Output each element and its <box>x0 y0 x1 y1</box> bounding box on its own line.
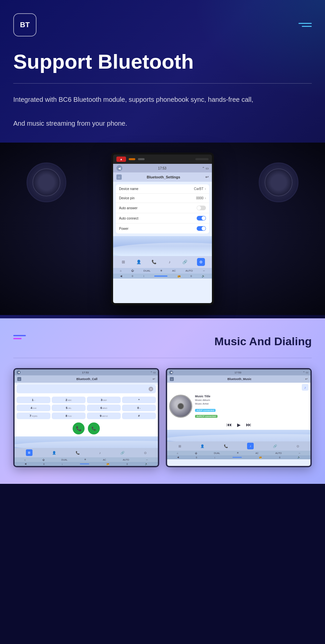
keypad-grid: 1 – 2 ABC 3 DEF * 4 GHI 5 JKL 6 MNO 0 + … <box>15 395 158 420</box>
nav-music-icon[interactable]: ♪ <box>166 259 173 265</box>
prev-track-btn[interactable]: ⏮ <box>227 422 232 428</box>
key-4[interactable]: 4 GHI <box>17 405 50 411</box>
key-star[interactable]: * <box>122 397 156 403</box>
vol-icon2[interactable]: 📻 <box>177 275 181 278</box>
music-header: Music And Dialing <box>13 335 312 348</box>
dialing-home-icon[interactable]: ⌂ <box>17 377 21 381</box>
dialing-back-btn[interactable]: ◀ <box>17 370 21 374</box>
device-btn-wide[interactable] <box>195 158 209 160</box>
music-wave <box>167 430 310 441</box>
device-btn-orange[interactable] <box>129 158 135 160</box>
screen-content: ◀ 17:53 ⌃ ▭ ⌂ Bluetooth_Settings ↩ <box>113 164 212 303</box>
auto-connect-toggle[interactable] <box>197 216 206 221</box>
key-0[interactable]: 0 + <box>122 405 156 411</box>
dialing-clear-btn[interactable]: ✕ <box>149 387 153 391</box>
mv-icon[interactable]: ↕ <box>214 456 216 459</box>
vol-back[interactable]: ◀ <box>120 275 122 278</box>
m-climate-ac[interactable]: AC <box>255 452 259 454</box>
music-nav-person[interactable]: 👤 <box>200 444 204 448</box>
dialing-volume-slider[interactable] <box>80 464 89 464</box>
key-8[interactable]: 8 TUV <box>52 413 86 419</box>
dialing-input[interactable]: ✕ <box>17 385 156 393</box>
hero-section: BT Support Bluetooth Integrated with BC6… <box>0 0 325 318</box>
dialing-page-title: Bluetooth_Call <box>76 377 98 381</box>
setting-device-pin[interactable]: Device pin 0000 › <box>116 194 209 203</box>
climate-home[interactable]: ⌂ <box>120 269 122 272</box>
d-climate-power[interactable]: ⏻ <box>42 459 45 461</box>
key-hash[interactable]: # <box>122 413 156 419</box>
next-track-btn[interactable]: ⏭ <box>246 422 251 428</box>
device-btn-gray[interactable] <box>138 158 145 160</box>
mv-icon2[interactable]: 📻 <box>259 456 262 459</box>
screen-back-button[interactable]: ◀ <box>116 165 122 171</box>
vol-0b: 0 <box>190 275 192 278</box>
m-climate-power[interactable]: ⏻ <box>195 452 197 454</box>
m-climate-home[interactable]: ⌂ <box>177 452 178 454</box>
climate-sync[interactable]: ↔ <box>202 269 205 272</box>
climate-fan[interactable]: ❄ <box>160 269 162 272</box>
nav-phone-icon[interactable]: 📞 <box>151 259 158 265</box>
key-1[interactable]: 1 – <box>17 397 50 403</box>
key-9[interactable]: 9 WXYZ <box>87 413 121 419</box>
music-nav-phone[interactable]: 📞 <box>224 444 228 448</box>
d-climate-sync[interactable]: ↔ <box>146 459 148 461</box>
key-7[interactable]: 7 PQRS <box>17 413 50 419</box>
mv-back[interactable]: ◀ <box>177 456 179 459</box>
device-btn-red[interactable]: ▲ <box>116 157 126 162</box>
dialing-nav-person[interactable]: 👤 <box>52 451 56 455</box>
setting-device-name[interactable]: Device name CarBT › <box>116 184 209 194</box>
dialing-nav-settings[interactable]: ⊙ <box>144 451 147 455</box>
mv-speaker[interactable]: 🔊 <box>297 456 300 459</box>
nav-person-icon[interactable]: 👤 <box>135 259 142 265</box>
dv-speaker[interactable]: 🔊 <box>145 463 148 465</box>
dv-back[interactable]: ◀ <box>25 463 26 465</box>
setting-auto-answer[interactable]: Auto answer <box>116 203 209 213</box>
key-6[interactable]: 6 MNO <box>87 405 121 411</box>
chevron-icon-2: › <box>205 196 206 200</box>
dialing-nav-grid-active[interactable]: ⊞ <box>26 449 32 456</box>
music-nav-link[interactable]: 🔗 <box>273 444 277 448</box>
dialing-back-icon[interactable]: ↩ <box>153 377 155 381</box>
climate-ac[interactable]: AC <box>172 269 176 272</box>
music-nav-settings[interactable]: ⊙ <box>296 444 299 448</box>
call-end-btn[interactable]: 📞 <box>88 422 100 434</box>
key-2[interactable]: 2 ABC <box>52 397 86 403</box>
key-3[interactable]: 3 DEF <box>87 397 121 403</box>
music-volume-slider[interactable] <box>232 457 242 458</box>
dv-icon[interactable]: ↕ <box>62 463 63 465</box>
call-accept-btn[interactable]: 📞 <box>73 422 85 434</box>
music-menu-button[interactable] <box>13 335 26 339</box>
nav-grid-icon[interactable]: ⊞ <box>120 259 127 265</box>
auto-answer-toggle[interactable] <box>197 206 206 210</box>
d-climate-ac[interactable]: AC <box>103 459 106 461</box>
music-back-btn[interactable]: ◀ <box>169 370 173 374</box>
power-toggle[interactable] <box>197 226 206 231</box>
dialing-nav-link[interactable]: 🔗 <box>120 451 124 455</box>
vol-speaker[interactable]: 🔊 <box>202 275 205 278</box>
music-nav-music-active[interactable]: ♪ <box>247 443 254 449</box>
dv-icon2[interactable]: 📻 <box>106 463 109 465</box>
screen-back-icon[interactable]: ↩ <box>205 175 209 179</box>
volume-slider[interactable] <box>154 276 167 277</box>
nav-settings-icon-active[interactable]: ⚙ <box>197 258 205 266</box>
music-track-title: Music Title <box>195 395 308 398</box>
d-climate-fan[interactable]: ❄ <box>84 458 86 461</box>
nav-link-icon[interactable]: 🔗 <box>181 259 188 265</box>
play-btn[interactable]: ▶ <box>237 422 241 427</box>
vol-icon[interactable]: ↕ <box>143 275 144 278</box>
setting-auto-connect[interactable]: Auto connect <box>116 213 209 224</box>
d-climate-home[interactable]: ⌂ <box>24 459 26 461</box>
climate-power[interactable]: ⏻ <box>131 269 134 272</box>
dialing-nav-phone[interactable]: 📞 <box>76 451 80 455</box>
chevron-icon: › <box>205 187 206 191</box>
music-nav-grid[interactable]: ⊞ <box>178 444 181 448</box>
home-icon[interactable]: ⌂ <box>116 174 122 180</box>
m-climate-sync[interactable]: ↔ <box>298 452 301 454</box>
menu-button[interactable] <box>298 23 312 27</box>
key-5[interactable]: 5 JKL <box>52 405 86 411</box>
music-home-icon[interactable]: ⌂ <box>170 377 174 381</box>
dialing-nav-music[interactable]: ♪ <box>99 451 101 455</box>
m-climate-fan[interactable]: ❄ <box>237 452 239 454</box>
setting-power[interactable]: Power <box>116 224 209 233</box>
music-back-icon[interactable]: ↩ <box>305 377 308 381</box>
